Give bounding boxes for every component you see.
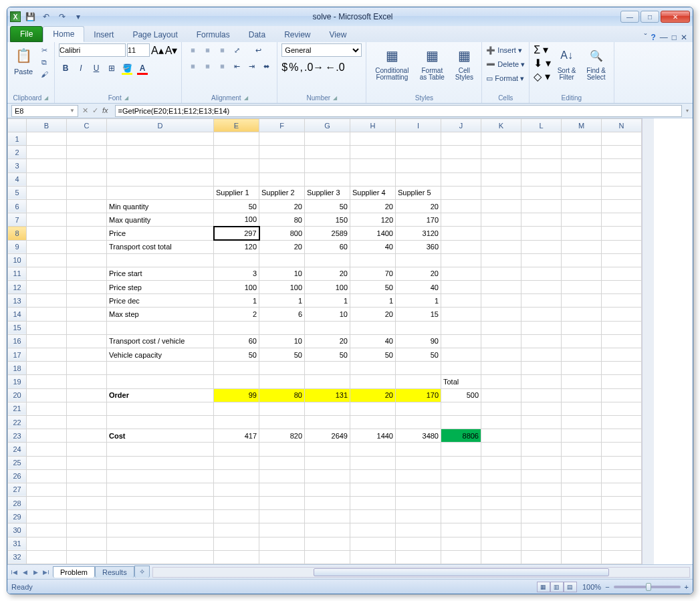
cell-N3[interactable] xyxy=(602,159,642,172)
cell-G13[interactable]: 1 xyxy=(305,294,350,308)
cell-J3[interactable] xyxy=(441,159,481,172)
view-pagebreak-icon[interactable]: ▤ xyxy=(564,582,577,592)
cell-I17[interactable]: 50 xyxy=(396,348,441,362)
cell-N32[interactable] xyxy=(602,550,642,564)
col-header-H[interactable]: H xyxy=(350,119,396,132)
cell-E1[interactable] xyxy=(214,132,259,146)
cell-J8[interactable] xyxy=(441,227,481,240)
fill-color-button[interactable]: 🪣 xyxy=(120,62,134,75)
save-icon[interactable]: 💾 xyxy=(23,10,37,23)
cell-L26[interactable] xyxy=(521,469,562,483)
cell-I6[interactable]: 20 xyxy=(396,199,441,213)
tab-next-icon[interactable]: ▶ xyxy=(30,567,41,578)
cell-C20[interactable] xyxy=(67,388,107,402)
cell-I15[interactable] xyxy=(396,321,441,334)
sheet-tab-problem[interactable]: Problem xyxy=(53,566,95,578)
cell-F7[interactable]: 80 xyxy=(259,213,305,227)
cut-icon[interactable]: ✂ xyxy=(38,45,50,55)
row-header-12[interactable]: 12 xyxy=(8,281,27,294)
cell-E8[interactable]: 297 xyxy=(214,227,259,240)
col-header-E[interactable]: E xyxy=(214,119,259,132)
cell-F27[interactable] xyxy=(259,483,305,496)
cell-C12[interactable] xyxy=(67,281,107,294)
number-format-select[interactable]: General xyxy=(281,43,362,57)
cell-F25[interactable] xyxy=(259,456,305,469)
cell-K32[interactable] xyxy=(481,550,521,564)
cell-E26[interactable] xyxy=(214,469,259,483)
cell-styles-button[interactable]: ▦Cell Styles xyxy=(451,43,477,82)
cell-E21[interactable] xyxy=(214,402,259,415)
cell-N30[interactable] xyxy=(602,523,642,537)
font-color-button[interactable]: A xyxy=(136,62,149,75)
cell-M15[interactable] xyxy=(562,321,602,334)
cell-J10[interactable] xyxy=(441,253,481,267)
cell-J28[interactable] xyxy=(441,497,481,510)
cell-H25[interactable] xyxy=(350,456,396,469)
cell-M1[interactable] xyxy=(562,132,602,146)
cell-G14[interactable]: 10 xyxy=(305,308,350,321)
cell-L12[interactable] xyxy=(521,281,562,294)
cell-E20[interactable]: 99 xyxy=(214,388,259,402)
row-header-29[interactable]: 29 xyxy=(8,510,27,523)
workbook-close-icon[interactable]: ✕ xyxy=(681,33,687,42)
copy-icon[interactable]: ⧉ xyxy=(38,57,50,68)
cell-B31[interactable] xyxy=(27,537,67,550)
cell-G31[interactable] xyxy=(305,537,350,550)
cell-I27[interactable] xyxy=(396,483,441,496)
percent-format-icon[interactable]: % xyxy=(289,62,298,74)
cell-H18[interactable] xyxy=(350,362,396,375)
tab-home[interactable]: Home xyxy=(43,26,84,42)
cell-H16[interactable]: 40 xyxy=(350,334,396,348)
cell-D19[interactable] xyxy=(107,375,214,388)
workbook-restore-icon[interactable]: □ xyxy=(672,33,677,42)
cell-J21[interactable] xyxy=(441,402,481,415)
cell-K9[interactable] xyxy=(481,240,521,253)
cell-G26[interactable] xyxy=(305,469,350,483)
cell-C2[interactable] xyxy=(67,146,107,159)
cell-L13[interactable] xyxy=(521,294,562,308)
cell-J17[interactable] xyxy=(441,348,481,362)
cell-N11[interactable] xyxy=(602,267,642,280)
cell-E7[interactable]: 100 xyxy=(214,213,259,227)
cell-C7[interactable] xyxy=(67,213,107,227)
cell-D18[interactable] xyxy=(107,362,214,375)
cell-K31[interactable] xyxy=(481,537,521,550)
cell-B25[interactable] xyxy=(27,456,67,469)
cell-B26[interactable] xyxy=(27,469,67,483)
align-bottom-icon[interactable]: ≡ xyxy=(215,43,229,57)
cell-G19[interactable] xyxy=(305,375,350,388)
row-header-32[interactable]: 32 xyxy=(8,550,27,564)
cell-L14[interactable] xyxy=(521,308,562,321)
cell-J23[interactable]: 8806 xyxy=(441,429,481,443)
cell-F22[interactable] xyxy=(259,415,305,429)
zoom-slider[interactable] xyxy=(614,586,681,588)
cell-I2[interactable] xyxy=(396,146,441,159)
cell-B11[interactable] xyxy=(27,267,67,280)
cell-C1[interactable] xyxy=(67,132,107,146)
cell-D9[interactable]: Transport cost total xyxy=(107,240,214,253)
cell-G30[interactable] xyxy=(305,523,350,537)
cell-L7[interactable] xyxy=(521,213,562,227)
tab-formulas[interactable]: Formulas xyxy=(187,27,239,42)
increase-font-icon[interactable]: A▴ xyxy=(151,44,164,57)
cell-E16[interactable]: 60 xyxy=(214,334,259,348)
cell-C19[interactable] xyxy=(67,375,107,388)
cell-F16[interactable]: 10 xyxy=(259,334,305,348)
row-header-1[interactable]: 1 xyxy=(8,132,27,146)
cell-N26[interactable] xyxy=(602,469,642,483)
cell-G22[interactable] xyxy=(305,415,350,429)
cell-M3[interactable] xyxy=(562,159,602,172)
cell-J4[interactable] xyxy=(441,172,481,186)
cell-M30[interactable] xyxy=(562,523,602,537)
cell-C30[interactable] xyxy=(67,523,107,537)
cell-L25[interactable] xyxy=(521,456,562,469)
cell-B23[interactable] xyxy=(27,429,67,443)
maximize-button[interactable]: □ xyxy=(640,11,659,23)
cell-C6[interactable] xyxy=(67,199,107,213)
cell-J11[interactable] xyxy=(441,267,481,280)
cell-E11[interactable]: 3 xyxy=(214,267,259,280)
cell-B21[interactable] xyxy=(27,402,67,415)
row-header-8[interactable]: 8 xyxy=(8,227,27,240)
cell-J2[interactable] xyxy=(441,146,481,159)
cell-J32[interactable] xyxy=(441,550,481,564)
